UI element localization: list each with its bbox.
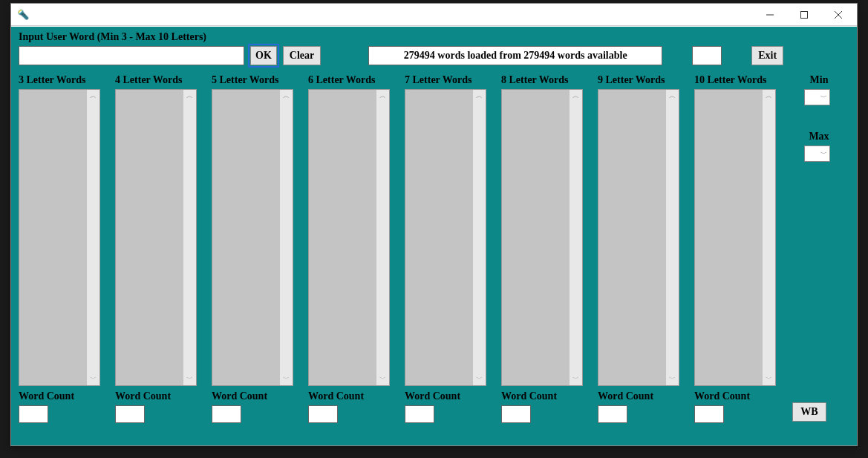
max-dropdown[interactable]: ﹀ xyxy=(804,145,830,162)
word-count-box-9[interactable] xyxy=(598,405,627,423)
status-box: 279494 words loaded from 279494 words av… xyxy=(368,46,662,65)
scroll-down-icon[interactable]: ﹀ xyxy=(183,373,196,385)
list-content xyxy=(502,90,570,385)
scroll-up-icon[interactable]: ︿ xyxy=(376,90,389,102)
column-header: 8 Letter Words xyxy=(501,74,598,86)
scrollbar[interactable]: ︿ ﹀ xyxy=(183,90,196,385)
word-listbox-8[interactable]: ︿ ﹀ xyxy=(501,89,583,386)
list-content xyxy=(405,90,473,385)
word-listbox-7[interactable]: ︿ ﹀ xyxy=(405,89,486,386)
scroll-up-icon[interactable]: ︿ xyxy=(666,90,679,102)
column-header: 4 Letter Words xyxy=(115,74,212,86)
max-label: Max xyxy=(797,131,841,143)
scroll-down-icon[interactable]: ﹀ xyxy=(280,373,293,385)
list-content xyxy=(598,90,666,385)
wb-button[interactable]: WB xyxy=(792,402,826,422)
word-listbox-3[interactable]: ︿ ﹀ xyxy=(19,89,100,386)
column-header: 3 Letter Words xyxy=(19,74,115,86)
scrollbar[interactable]: ︿ ﹀ xyxy=(570,90,582,385)
client-area: Input User Word (Min 3 - Max 10 Letters)… xyxy=(11,27,857,445)
word-column-7: 7 Letter Words ︿ ﹀ Word Count xyxy=(405,74,501,423)
word-column-4: 4 Letter Words ︿ ﹀ Word Count xyxy=(115,74,212,423)
scrollbar[interactable]: ︿ ﹀ xyxy=(763,90,775,385)
ok-button[interactable]: OK xyxy=(250,46,277,65)
word-count-label: Word Count xyxy=(19,390,115,402)
word-count-label: Word Count xyxy=(598,390,694,402)
word-column-6: 6 Letter Words ︿ ﹀ Word Count xyxy=(308,74,405,423)
titlebar-left: 🔦 xyxy=(17,9,29,21)
max-group: Max ﹀ xyxy=(797,131,841,162)
word-count-box-4[interactable] xyxy=(115,405,145,423)
top-row: OK Clear 279494 words loaded from 279494… xyxy=(19,46,849,65)
word-listbox-10[interactable]: ︿ ﹀ xyxy=(694,89,776,386)
word-count-box-6[interactable] xyxy=(308,405,338,423)
maximize-button[interactable] xyxy=(787,4,821,26)
word-column-3: 3 Letter Words ︿ ﹀ Word Count xyxy=(19,74,115,423)
scroll-up-icon[interactable]: ︿ xyxy=(570,90,582,102)
app-icon: 🔦 xyxy=(17,9,29,21)
right-panel: Min ﹀ Max ﹀ xyxy=(797,74,841,162)
minimize-button[interactable] xyxy=(753,4,787,26)
window-controls xyxy=(753,4,855,26)
scrollbar[interactable]: ︿ ﹀ xyxy=(87,90,99,385)
exit-button[interactable]: Exit xyxy=(751,46,783,65)
min-group: Min ﹀ xyxy=(797,74,841,105)
svg-rect-1 xyxy=(801,11,808,18)
list-content xyxy=(309,90,376,385)
list-content xyxy=(212,90,280,385)
scroll-down-icon[interactable]: ﹀ xyxy=(763,373,775,385)
scroll-up-icon[interactable]: ︿ xyxy=(87,90,99,102)
column-header: 10 Letter Words xyxy=(694,74,791,86)
word-column-10: 10 Letter Words ︿ ﹀ Word Count xyxy=(694,74,791,423)
word-count-box-10[interactable] xyxy=(694,405,724,423)
list-content xyxy=(695,90,763,385)
word-listbox-9[interactable]: ︿ ﹀ xyxy=(598,89,679,386)
close-button[interactable] xyxy=(821,4,855,26)
word-column-5: 5 Letter Words ︿ ﹀ Word Count xyxy=(212,74,308,423)
scroll-down-icon[interactable]: ﹀ xyxy=(87,373,99,385)
column-header: 6 Letter Words xyxy=(308,74,405,86)
word-listbox-5[interactable]: ︿ ﹀ xyxy=(212,89,293,386)
input-label: Input User Word (Min 3 - Max 10 Letters) xyxy=(19,31,849,43)
word-count-box-5[interactable] xyxy=(212,405,241,423)
columns-area: 3 Letter Words ︿ ﹀ Word Count 4 Letter W… xyxy=(19,74,849,423)
word-count-box-3[interactable] xyxy=(19,405,48,423)
scroll-up-icon[interactable]: ︿ xyxy=(183,90,196,102)
titlebar: 🔦 xyxy=(11,4,857,26)
column-header: 5 Letter Words xyxy=(212,74,308,86)
word-count-box-7[interactable] xyxy=(405,405,434,423)
list-content xyxy=(116,90,183,385)
word-column-8: 8 Letter Words ︿ ﹀ Word Count xyxy=(501,74,598,423)
scroll-down-icon[interactable]: ﹀ xyxy=(473,373,486,385)
scroll-up-icon[interactable]: ︿ xyxy=(763,90,775,102)
scrollbar[interactable]: ︿ ﹀ xyxy=(473,90,486,385)
word-listbox-4[interactable]: ︿ ﹀ xyxy=(115,89,197,386)
min-dropdown[interactable]: ﹀ xyxy=(804,89,830,105)
scroll-down-icon[interactable]: ﹀ xyxy=(666,373,679,385)
column-header: 7 Letter Words xyxy=(405,74,501,86)
outer-frame: 🔦 Input User Word (Min 3 - Max 10 Letter… xyxy=(0,0,868,458)
column-header: 9 Letter Words xyxy=(598,74,694,86)
scrollbar[interactable]: ︿ ﹀ xyxy=(280,90,293,385)
min-label: Min xyxy=(797,74,841,86)
list-content xyxy=(19,90,87,385)
scrollbar[interactable]: ︿ ﹀ xyxy=(376,90,389,385)
clear-button[interactable]: Clear xyxy=(283,46,321,65)
scroll-up-icon[interactable]: ︿ xyxy=(280,90,293,102)
scroll-down-icon[interactable]: ﹀ xyxy=(570,373,582,385)
scroll-down-icon[interactable]: ﹀ xyxy=(376,373,389,385)
user-word-input[interactable] xyxy=(19,46,244,65)
word-count-label: Word Count xyxy=(115,390,212,402)
word-count-box-8[interactable] xyxy=(501,405,531,423)
small-input[interactable] xyxy=(692,46,722,65)
app-window: 🔦 Input User Word (Min 3 - Max 10 Letter… xyxy=(10,3,858,446)
chevron-down-icon: ﹀ xyxy=(820,149,827,159)
scrollbar[interactable]: ︿ ﹀ xyxy=(666,90,679,385)
word-count-label: Word Count xyxy=(501,390,598,402)
word-listbox-6[interactable]: ︿ ﹀ xyxy=(308,89,390,386)
scroll-up-icon[interactable]: ︿ xyxy=(473,90,486,102)
word-count-label: Word Count xyxy=(212,390,308,402)
word-count-label: Word Count xyxy=(694,390,791,402)
word-count-label: Word Count xyxy=(308,390,405,402)
status-text: 279494 words loaded from 279494 words av… xyxy=(404,50,627,62)
